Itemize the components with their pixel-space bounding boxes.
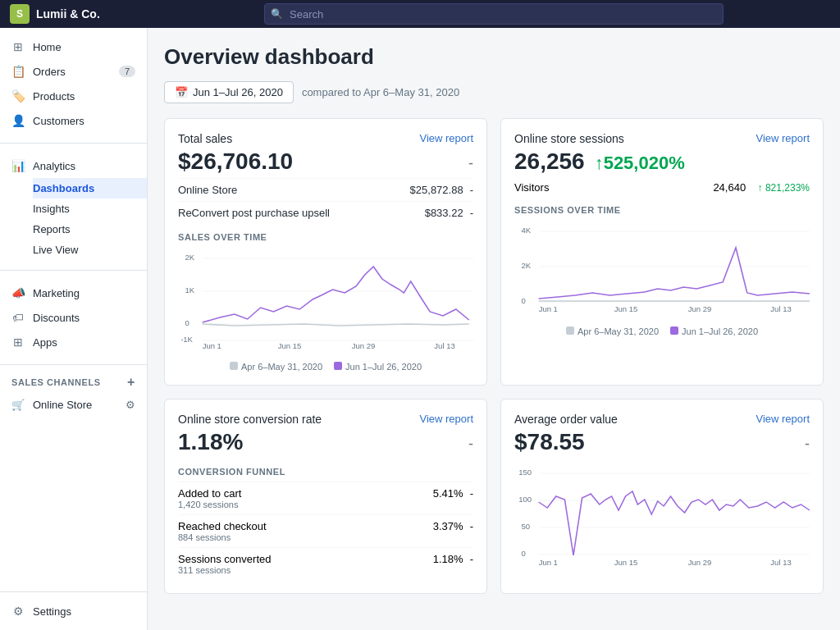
sidebar-divider-2 [0,270,147,271]
sidebar-label-customers: Customers [33,115,84,127]
total-sales-metric-1: Online Store $25,872.88 - [178,178,473,201]
sidebar-item-analytics[interactable]: 📊 Analytics [0,153,147,178]
total-sales-header: Total sales View report [178,132,473,145]
online-sessions-card: Online store sessions View report 26,256… [500,118,824,386]
sessions-legend-label-curr: Jun 1–Jul 26, 2020 [682,326,758,336]
sidebar-item-apps[interactable]: ⊞ Apps [0,330,147,354]
avg-order-value-view-report[interactable]: View report [756,413,810,425]
sidebar-item-customers[interactable]: 👤 Customers [0,108,147,133]
svg-text:150: 150 [518,468,532,477]
reconvert-value: $833.22 - [425,207,473,219]
svg-text:Jul 13: Jul 13 [434,342,454,350]
avg-order-value-title: Average order value [514,413,618,426]
sessions-chart: 4K 2K 0 Jun 1 Jun 15 Jun 29 Jul 13 [514,223,810,322]
sales-channels-title: SALES CHANNELS + [0,368,147,393]
topbar: S Lumii & Co. 🔍 [0,0,840,28]
avg-order-value-card: Average order value View report $78.55 -… [500,399,824,594]
funnel-value-2: 3.37% [433,520,463,532]
sidebar-item-home[interactable]: ⊞ Home [0,34,147,59]
sidebar-divider-3 [0,364,147,365]
brand-name: Lumii & Co. [36,7,100,21]
dashboard-grid: Total sales View report $26,706.10 - Onl… [164,118,824,594]
funnel-dash-3: - [470,553,473,565]
sidebar-item-insights[interactable]: Insights [33,199,147,219]
sidebar: ⊞ Home 📋 Orders 7 🏷️ Products 👤 Customer… [0,28,148,630]
svg-text:Jun 29: Jun 29 [688,305,712,313]
total-sales-view-report[interactable]: View report [419,132,473,144]
sidebar-item-reports[interactable]: Reports [33,219,147,240]
svg-text:Jun 29: Jun 29 [688,559,712,567]
search-input[interactable] [264,3,724,25]
sidebar-item-online-store[interactable]: 🛒 Online Store ⚙ [0,393,147,417]
online-sessions-header: Online store sessions View report [514,132,810,145]
sidebar-item-liveview[interactable]: Live View [33,240,147,260]
date-filter: 📅 Jun 1–Jul 26, 2020 compared to Apr 6–M… [164,81,824,103]
sidebar-label-marketing: Marketing [33,287,80,299]
date-range-button[interactable]: 📅 Jun 1–Jul 26, 2020 [164,81,294,103]
funnel-label-2: Reached checkout [178,520,267,532]
apps-icon: ⊞ [11,336,25,349]
svg-text:-1K: -1K [180,336,194,344]
sidebar-item-orders[interactable]: 📋 Orders 7 [0,59,147,84]
conversion-rate-card: Online store conversion rate View report… [164,399,487,594]
sessions-chart-svg: 4K 2K 0 Jun 1 Jun 15 Jun 29 Jul 13 [514,223,810,313]
conversion-rate-header: Online store conversion rate View report [178,413,473,426]
avg-order-chart: 150 100 50 0 Jun 1 Jun 15 Jun 29 Jul 1 [514,465,810,580]
conversion-funnel-label: CONVERSION FUNNEL [178,467,473,477]
avg-order-value-dash: - [805,436,810,453]
svg-text:Jun 29: Jun 29 [352,342,376,350]
total-sales-dash: - [468,155,473,172]
svg-text:Jun 1: Jun 1 [539,305,558,313]
visitors-change: ↑ 821,233% [758,182,810,194]
sales-chart-svg: 2K 1K 0 -1K Jun 1 [178,250,473,349]
avg-order-value-header: Average order value View report [514,413,810,426]
settings-icon: ⚙ [11,605,25,618]
sidebar-label-orders: Orders [33,66,66,78]
sidebar-main-nav: ⊞ Home 📋 Orders 7 🏷️ Products 👤 Customer… [0,28,147,139]
svg-text:Jul 13: Jul 13 [770,559,791,567]
total-sales-chart: 2K 1K 0 -1K Jun 1 [178,250,473,357]
add-sales-channel-button[interactable]: + [127,375,135,390]
sidebar-item-discounts[interactable]: 🏷 Discounts [0,305,147,330]
sessions-legend-dot-prev [566,326,574,335]
online-store-settings-icon[interactable]: ⚙ [126,399,135,411]
sidebar-divider-1 [0,143,147,144]
svg-text:Jun 1: Jun 1 [539,559,558,567]
avg-order-value-value: $78.55 [514,429,585,455]
sidebar-item-marketing[interactable]: 📣 Marketing [0,281,147,305]
sidebar-label-apps: Apps [33,336,57,349]
sidebar-label-insights: Insights [33,203,70,215]
sidebar-item-products[interactable]: 🏷️ Products [0,84,147,108]
avg-order-chart-svg: 150 100 50 0 Jun 1 Jun 15 Jun 29 Jul 1 [514,465,810,572]
funnel-dash-1: - [470,487,473,500]
customers-icon: 👤 [11,114,25,127]
online-sessions-view-report[interactable]: View report [756,132,810,144]
sidebar-item-dashboards[interactable]: Dashboards [33,178,147,199]
conversion-rate-value: 1.18% [178,429,243,455]
legend-dot-curr [334,362,342,370]
orders-icon: 📋 [11,65,25,78]
svg-text:Jun 1: Jun 1 [203,342,221,350]
funnel-dash-2: - [470,520,473,532]
conversion-rate-title: Online store conversion rate [178,413,322,426]
sidebar-label-reports: Reports [33,223,71,235]
svg-text:0: 0 [185,319,189,327]
legend-label-prev: Apr 6–May 31, 2020 [241,362,322,372]
sessions-legend-label-prev: Apr 6–May 31, 2020 [578,326,659,336]
conversion-rate-view-report[interactable]: View report [419,413,473,425]
svg-text:Jun 15: Jun 15 [614,559,638,567]
sidebar-label-online-store: Online Store [33,399,92,411]
sidebar-label-discounts: Discounts [33,312,80,324]
conversion-rate-dash: - [468,436,473,453]
funnel-label-3: Sessions converted [178,553,271,565]
reconvert-label: ReConvert post purchase upsell [178,207,330,219]
svg-text:50: 50 [521,523,530,531]
funnel-sublabel-3: 311 sessions [178,565,271,575]
svg-text:2K: 2K [521,262,531,270]
total-sales-title: Total sales [178,132,232,145]
date-range-label: Jun 1–Jul 26, 2020 [193,86,283,98]
visitors-label: Visitors [514,181,549,194]
sidebar-item-settings[interactable]: ⚙ Settings [0,599,147,623]
calendar-icon: 📅 [175,86,188,98]
svg-text:1K: 1K [185,286,194,294]
